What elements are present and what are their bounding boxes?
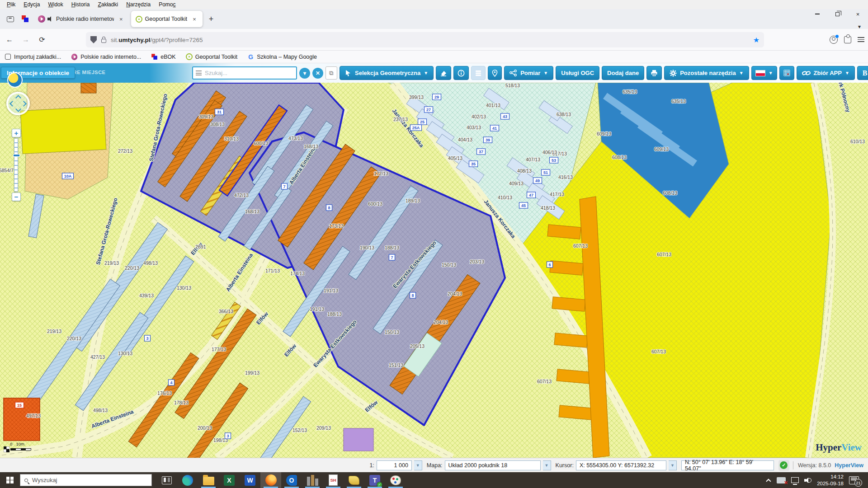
building[interactable]: [557, 369, 590, 384]
taskbar-app-sh-doc[interactable]: SH: [323, 472, 344, 488]
toolbar-button-selekcja[interactable]: Selekcja Geometryczna▼: [340, 66, 434, 80]
tychy-logo[interactable]: [7, 72, 23, 88]
building[interactable]: [20, 107, 106, 154]
add-bookmark-page-button[interactable]: ⧉: [326, 66, 337, 80]
device-error-icon[interactable]: [777, 477, 786, 483]
window-restore-button[interactable]: [827, 9, 848, 19]
taskbar-app-building-app[interactable]: [302, 472, 323, 488]
toolbar-button-uslugi-ogc[interactable]: Usługi OGC: [556, 66, 599, 80]
menu-item-narzędzia[interactable]: Narzędzia: [122, 0, 155, 9]
start-button[interactable]: [0, 472, 20, 488]
taskbar-search-input[interactable]: Wyszukaj: [20, 474, 152, 486]
back-button[interactable]: ←: [3, 33, 16, 47]
taskbar-app-task-view[interactable]: [156, 472, 177, 488]
toolbar-button-grid[interactable]: [779, 66, 794, 80]
scale-input[interactable]: 1 000: [377, 460, 412, 470]
parcel-label: 406/13: [542, 150, 557, 155]
forward-button[interactable]: →: [19, 33, 33, 47]
tab-close-icon[interactable]: ×: [191, 15, 198, 23]
toolbar-button-info[interactable]: [453, 66, 469, 80]
bookmark-4[interactable]: GSzkolna – Mapy Google: [247, 53, 317, 60]
building[interactable]: [547, 225, 581, 239]
hyperview-brand: HyperView: [835, 462, 863, 469]
tab-title: Polskie radio internetowe, r: [56, 16, 114, 22]
toolbar-button-language[interactable]: ▼: [751, 66, 777, 80]
reload-button[interactable]: ⟳: [35, 33, 49, 47]
building[interactable]: [81, 83, 96, 93]
bookmark-1[interactable]: Polskie radio interneto...: [71, 53, 141, 60]
map-crs-select[interactable]: Układ 2000 południk 18: [445, 460, 541, 470]
building[interactable]: [559, 405, 592, 420]
toolbar-button-pozostale[interactable]: Pozostałe narzędzia▼: [664, 66, 749, 80]
cursor-dropdown-icon[interactable]: ▼: [669, 460, 677, 470]
bookmark-3[interactable]: Geoportal Toolkit: [186, 53, 238, 60]
search-expand-button[interactable]: ▾: [299, 68, 310, 79]
taskbar-app-teams[interactable]: T✓: [364, 472, 385, 488]
tab-close-icon[interactable]: ×: [118, 15, 125, 23]
bookmark-star-icon[interactable]: ★: [753, 36, 760, 44]
shield-icon[interactable]: [90, 36, 97, 43]
taskbar-app-explorer[interactable]: [198, 472, 219, 488]
zoom-in-button[interactable]: +: [12, 129, 21, 137]
menu-hamburger-icon[interactable]: [858, 36, 864, 43]
account-icon[interactable]: [830, 36, 838, 44]
toolbar-button-zbior-app[interactable]: Zbiór APP▼: [797, 66, 855, 80]
window-minimize-button[interactable]: [807, 9, 827, 19]
zoom-track[interactable]: [14, 138, 18, 192]
taskbar-app-paint[interactable]: [385, 472, 406, 488]
search-input[interactable]: Szukaj...: [192, 66, 297, 80]
map-canvas[interactable]: Stefana Grota-RoweckiegoStefana Grota-Ro…: [0, 83, 868, 458]
map-svg[interactable]: Stefana Grota-RoweckiegoStefana Grota-Ro…: [0, 83, 868, 458]
search-clear-button[interactable]: ✕: [312, 68, 323, 79]
taskbar-app-firefox[interactable]: [260, 472, 281, 488]
taskbar-app-script[interactable]: [344, 472, 364, 488]
pan-up-icon[interactable]: [15, 95, 21, 101]
parcel-label: 310/13: [224, 136, 239, 141]
menu-item-plik[interactable]: Plik: [3, 0, 19, 9]
toolbar-button-print[interactable]: [646, 66, 662, 80]
parcel-label: 190/13: [360, 245, 374, 250]
taskbar-app-word[interactable]: W: [240, 472, 260, 488]
new-tab-button[interactable]: +: [203, 14, 219, 25]
menu-item-pomoc[interactable]: Pomoc: [155, 0, 179, 9]
zoom-out-button[interactable]: −: [12, 192, 21, 201]
zoom-handle[interactable]: [13, 154, 20, 157]
bookmark-0[interactable]: Importuj zakładki...: [5, 53, 61, 60]
taskbar-app-excel[interactable]: X: [219, 472, 240, 488]
taskbar-clock[interactable]: 14:12 2025-09-18: [817, 474, 844, 487]
volume-icon[interactable]: [804, 477, 811, 483]
menu-item-historia[interactable]: Historia: [67, 0, 94, 9]
crs-dropdown-icon[interactable]: ▼: [543, 460, 551, 470]
search-menu-icon[interactable]: [196, 70, 202, 77]
taskbar-app-outlook[interactable]: O: [281, 472, 302, 488]
building[interactable]: [554, 333, 588, 347]
tray-expand-icon[interactable]: [766, 479, 771, 483]
menu-item-widok[interactable]: Widok: [44, 0, 67, 9]
scale-dropdown-icon[interactable]: ▼: [414, 460, 422, 470]
toolbox-icon[interactable]: [4, 12, 17, 26]
parcel-label: 203/13: [470, 259, 484, 264]
menu-item-edycja[interactable]: Edycja: [19, 0, 44, 9]
toolbar-button-dodaj-dane[interactable]: Dodaj dane: [602, 66, 644, 80]
building[interactable]: [550, 261, 583, 275]
compass-control[interactable]: [6, 92, 30, 115]
taskbar-app-edge[interactable]: [177, 472, 198, 488]
ebok-pinned-icon[interactable]: [22, 15, 29, 23]
window-close-button[interactable]: ×: [848, 9, 868, 19]
tab-radio[interactable]: Polskie radio internetowe, r ×: [33, 11, 129, 27]
tab-geoportal[interactable]: Geoportal Toolkit ×: [131, 11, 203, 27]
toolbar-button-bip[interactable]: B: [857, 66, 868, 80]
url-bar[interactable]: sit.umtychy.pl/gpt4/?profile=7265 ★: [86, 32, 764, 47]
zoom-slider[interactable]: + −: [12, 129, 22, 201]
menu-item-zakładki[interactable]: Zakładki: [94, 0, 122, 9]
network-icon[interactable]: [791, 477, 799, 483]
notifications-icon[interactable]: 21: [849, 476, 859, 484]
toolbar-button-eraser[interactable]: [436, 66, 451, 80]
building[interactable]: [552, 297, 585, 311]
toolbar-button-pomiar[interactable]: Pomiar▼: [504, 66, 553, 80]
parcel-label: 188/13: [327, 311, 342, 317]
bookmark-2[interactable]: eBOK: [151, 53, 175, 60]
extensions-icon[interactable]: [844, 36, 851, 43]
lock-icon[interactable]: [101, 39, 106, 43]
toolbar-button-locate[interactable]: [488, 66, 502, 80]
